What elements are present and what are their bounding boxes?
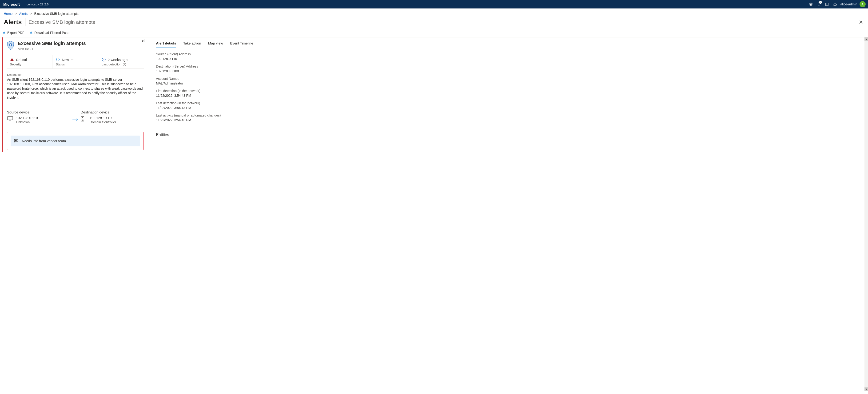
scroll-up-button[interactable] bbox=[865, 37, 868, 41]
source-device-block: Source device 192.128.0.110 Unknown bbox=[7, 110, 70, 124]
download-pcap-button[interactable]: Download Filtered Pcap bbox=[29, 31, 69, 35]
breadcrumb-sep-2: > bbox=[30, 12, 32, 16]
comment-text: Needs info from vendor team bbox=[22, 139, 66, 143]
last-detection-cell: 2 weeks ago Last detection i bbox=[98, 55, 144, 68]
breadcrumb-alerts[interactable]: Alerts bbox=[19, 12, 28, 16]
docs-button[interactable] bbox=[823, 0, 831, 8]
detail-last-det-key: Last detection (in the network) bbox=[156, 101, 358, 105]
book-icon bbox=[825, 2, 829, 6]
status-value: New bbox=[62, 58, 69, 62]
top-header: Microsoft contoso - 22.2.6 0 alice-admin… bbox=[0, 0, 868, 8]
breadcrumb-home[interactable]: Home bbox=[4, 12, 12, 16]
svg-line-12 bbox=[57, 60, 57, 61]
svg-point-22 bbox=[17, 141, 17, 141]
breadcrumb: Home > Alerts > Excessive SMB login atte… bbox=[0, 8, 868, 18]
svg-point-0 bbox=[810, 4, 811, 5]
last-detection-label: Last detection bbox=[102, 63, 121, 66]
notifications-button[interactable]: 0 bbox=[815, 0, 823, 8]
destination-device-block: Destination device 192.128.10.100 Domain… bbox=[81, 110, 144, 124]
svg-rect-2 bbox=[10, 44, 11, 45]
svg-line-11 bbox=[59, 60, 59, 61]
tab-take-action[interactable]: Take action bbox=[183, 39, 201, 48]
status-label: Status bbox=[56, 63, 65, 66]
detail-last-det-value: 11/22/2022, 3:54:43 PM bbox=[156, 106, 358, 110]
breadcrumb-sep-1: > bbox=[15, 12, 17, 16]
status-chevron-down-icon bbox=[71, 58, 74, 61]
detail-last-act-value: 11/22/2022, 3:54:43 PM bbox=[156, 118, 358, 122]
destination-device-label: Destination device bbox=[81, 110, 144, 114]
comment-item[interactable]: Needs info from vendor team bbox=[10, 135, 140, 146]
detail-last-act-key: Last activity (manual or automated chang… bbox=[156, 114, 358, 117]
description-block: Description An SMB client 192.168.0.110 … bbox=[7, 69, 144, 105]
detail-tabs: Alert details Take action Map view Event… bbox=[156, 39, 859, 48]
detail-accounts-value: MAL/Administrator bbox=[156, 82, 358, 85]
comment-highlight-box: Needs info from vendor team bbox=[7, 132, 144, 150]
shield-alert-icon bbox=[7, 41, 14, 50]
entities-heading: Entities bbox=[156, 132, 358, 137]
detail-first-det-value: 11/22/2022, 3:54:43 PM bbox=[156, 94, 358, 97]
settings-button[interactable] bbox=[807, 0, 815, 8]
server-icon bbox=[81, 116, 87, 121]
last-detection-value: 2 weeks ago bbox=[108, 58, 127, 62]
user-avatar[interactable]: A bbox=[860, 1, 866, 7]
critical-triangle-icon bbox=[10, 57, 14, 62]
severity-label: Severity bbox=[10, 63, 22, 66]
svg-point-20 bbox=[15, 141, 16, 141]
alert-title: Excessive SMB login attempts bbox=[18, 41, 86, 46]
computer-icon bbox=[7, 116, 13, 121]
detail-dst-addr-key: Destination (Server) Address bbox=[156, 64, 358, 68]
triangle-up-icon bbox=[865, 39, 867, 40]
tenant-label: contoso - 22.2.6 bbox=[27, 3, 49, 6]
download-icon bbox=[29, 31, 33, 35]
notification-count-badge: 0 bbox=[819, 1, 822, 4]
svg-rect-4 bbox=[12, 59, 12, 60]
svg-point-21 bbox=[16, 141, 17, 141]
svg-rect-18 bbox=[82, 120, 83, 121]
page-title: Excessive SMB login attempts bbox=[29, 19, 95, 25]
tab-event-timeline[interactable]: Event Timeline bbox=[230, 39, 253, 48]
info-icon[interactable]: i bbox=[123, 63, 126, 66]
svg-line-13 bbox=[59, 58, 59, 59]
description-label: Description bbox=[7, 73, 144, 77]
export-pdf-button[interactable]: Export PDF bbox=[2, 31, 24, 35]
detail-dst-addr-value: 192.128.10.100 bbox=[156, 69, 358, 73]
alert-id-label: Alert ID: 21 bbox=[18, 47, 86, 51]
brand-logo: Microsoft bbox=[3, 2, 23, 6]
spinner-icon bbox=[56, 57, 60, 62]
scroll-down-button[interactable] bbox=[865, 387, 868, 391]
cloud-button[interactable] bbox=[831, 0, 839, 8]
svg-rect-3 bbox=[10, 46, 11, 46]
source-device-label: Source device bbox=[7, 110, 70, 114]
download-pcap-label: Download Filtered Pcap bbox=[34, 31, 69, 35]
cloud-icon bbox=[833, 2, 837, 6]
page-heading-row: Alerts Excessive SMB login attempts bbox=[0, 18, 868, 29]
collapse-pane-button[interactable] bbox=[141, 39, 145, 43]
alert-summary-pane: Excessive SMB login attempts Alert ID: 2… bbox=[2, 37, 148, 152]
alert-meta-row: Critical Severity bbox=[7, 55, 144, 69]
detail-accounts-key: Account Names bbox=[156, 77, 358, 81]
alert-details-pane: Alert details Take action Map view Event… bbox=[148, 37, 865, 152]
close-icon bbox=[859, 20, 863, 24]
detail-src-addr-value: 192.128.0.110 bbox=[156, 57, 358, 61]
section-title: Alerts bbox=[4, 19, 25, 26]
svg-line-10 bbox=[57, 58, 57, 59]
vertical-scrollbar[interactable] bbox=[865, 37, 868, 391]
tab-map-view[interactable]: Map view bbox=[208, 39, 223, 48]
tab-alert-details[interactable]: Alert details bbox=[156, 39, 176, 48]
severity-value: Critical bbox=[16, 58, 27, 62]
description-text: An SMB client 192.168.0.110 performs exc… bbox=[7, 78, 144, 99]
gear-icon bbox=[809, 2, 813, 6]
source-ip: 192.128.0.110 bbox=[16, 116, 38, 120]
destination-type: Domain Controller bbox=[90, 120, 116, 124]
close-panel-button[interactable] bbox=[858, 19, 864, 25]
chevron-double-left-icon bbox=[141, 39, 145, 42]
source-type: Unknown bbox=[16, 120, 38, 124]
download-icon bbox=[2, 31, 6, 35]
status-cell[interactable]: New Status bbox=[53, 55, 98, 68]
breadcrumb-current: Excessive SMB login attempts bbox=[34, 12, 79, 16]
user-name-label: alice-admin bbox=[840, 2, 857, 6]
svg-rect-5 bbox=[12, 60, 12, 61]
export-pdf-label: Export PDF bbox=[7, 31, 24, 35]
triangle-down-icon bbox=[865, 389, 867, 390]
detail-first-det-key: First detection (in the network) bbox=[156, 89, 358, 93]
